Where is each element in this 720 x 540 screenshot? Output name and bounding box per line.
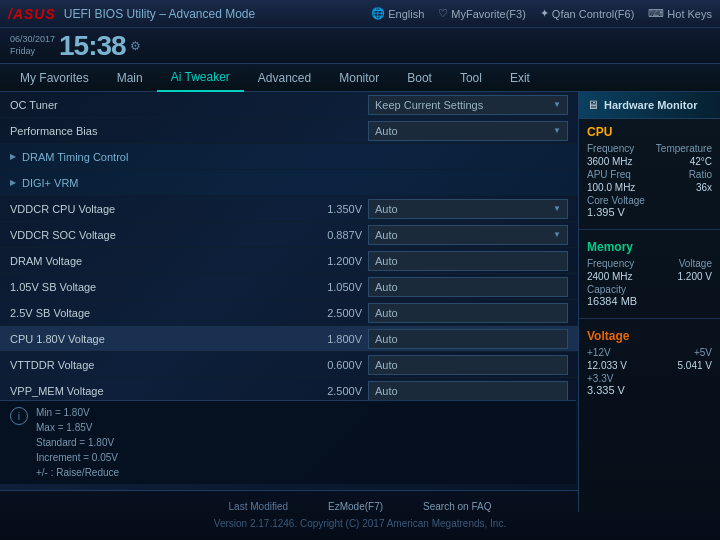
hw-voltage-section: Voltage +12V +5V 12.033 V 5.041 V +3.3V … bbox=[579, 323, 720, 403]
date-display: 06/30/2017 bbox=[10, 34, 55, 46]
oc-tuner-control[interactable]: Keep Current Settings bbox=[368, 95, 568, 115]
nav-monitor[interactable]: Monitor bbox=[325, 64, 393, 92]
hw-cpu-ratio-label: Ratio bbox=[689, 169, 712, 180]
setting-oc-tuner[interactable]: OC Tuner Keep Current Settings bbox=[0, 92, 578, 118]
hw-cpu-freq-val-row: 3600 MHz 42°C bbox=[587, 156, 712, 167]
hw-cpu-apufreq-label: APU Freq bbox=[587, 169, 631, 180]
setting-perf-bias[interactable]: Performance Bias Auto bbox=[0, 118, 578, 144]
hw-monitor-header: 🖥 Hardware Monitor bbox=[579, 92, 720, 119]
vddcr-cpu-label: VDDCR CPU Voltage bbox=[10, 203, 302, 215]
nav-bar: My Favorites Main Ai Tweaker Advanced Mo… bbox=[0, 64, 720, 92]
105v-sb-value: 1.050V bbox=[302, 281, 362, 293]
25v-sb-value: 2.500V bbox=[302, 307, 362, 319]
nav-advanced[interactable]: Advanced bbox=[244, 64, 325, 92]
hw-cpu-section: CPU Frequency Temperature 3600 MHz 42°C … bbox=[579, 119, 720, 225]
cpu-180v-ctrl-val: Auto bbox=[375, 333, 398, 345]
info-line-4: Increment = 0.05V bbox=[36, 450, 119, 465]
hw-volt-12-row: +12V +5V bbox=[587, 347, 712, 358]
digi-vrm-label: DIGI+ VRM bbox=[22, 177, 79, 189]
info-icon: i bbox=[10, 407, 28, 425]
hotkeys-label: Hot Keys bbox=[667, 8, 712, 20]
hw-mem-volt-label: Voltage bbox=[679, 258, 712, 269]
vttddr-control[interactable]: Auto bbox=[368, 355, 568, 375]
vttddr-value: 0.600V bbox=[302, 359, 362, 371]
hw-cpu-title: CPU bbox=[587, 125, 712, 139]
hw-cpu-corevolt-value: 1.395 V bbox=[587, 206, 712, 218]
footer-copyright-text: Version 2.17.1246. Copyright (C) 2017 Am… bbox=[214, 518, 506, 529]
hw-cpu-corevolt-label: Core Voltage bbox=[587, 195, 712, 206]
settings-area: OC Tuner Keep Current Settings Performan… bbox=[0, 92, 578, 404]
date-block: 06/30/2017 Friday bbox=[10, 34, 55, 57]
oc-tuner-value: Keep Current Settings bbox=[375, 99, 483, 111]
qfan-label: Qfan Control(F6) bbox=[552, 8, 635, 20]
nav-exit[interactable]: Exit bbox=[496, 64, 544, 92]
hw-mem-cap-label: Capacity bbox=[587, 284, 712, 295]
setting-25v-sb[interactable]: 2.5V SB Voltage 2.500V Auto bbox=[0, 300, 578, 326]
hw-divider-1 bbox=[579, 229, 720, 230]
vpp-mem-value: 2.500V bbox=[302, 385, 362, 397]
cpu-180v-label: CPU 1.80V Voltage bbox=[10, 333, 302, 345]
25v-sb-ctrl-val: Auto bbox=[375, 307, 398, 319]
hw-v12-value: 12.033 V bbox=[587, 360, 627, 371]
hw-divider-2 bbox=[579, 318, 720, 319]
top-bar: /ASUS UEFI BIOS Utility – Advanced Mode … bbox=[0, 0, 720, 28]
25v-sb-control[interactable]: Auto bbox=[368, 303, 568, 323]
hw-cpu-apu-row: APU Freq Ratio bbox=[587, 169, 712, 180]
vpp-mem-control[interactable]: Auto bbox=[368, 381, 568, 401]
hw-cpu-ratio-value: 36x bbox=[696, 182, 712, 193]
vpp-mem-label: VPP_MEM Voltage bbox=[10, 385, 302, 397]
dram-volt-ctrl-val: Auto bbox=[375, 255, 398, 267]
dram-volt-control[interactable]: Auto bbox=[368, 251, 568, 271]
nav-tool[interactable]: Tool bbox=[446, 64, 496, 92]
qfan-btn[interactable]: ✦ Qfan Control(F6) bbox=[540, 7, 635, 20]
105v-sb-control[interactable]: Auto bbox=[368, 277, 568, 297]
key-icon: ⌨ bbox=[648, 7, 664, 20]
hotkeys-btn[interactable]: ⌨ Hot Keys bbox=[648, 7, 712, 20]
hw-memory-title: Memory bbox=[587, 240, 712, 254]
setting-105v-sb[interactable]: 1.05V SB Voltage 1.050V Auto bbox=[0, 274, 578, 300]
setting-vttddr[interactable]: VTTDDR Voltage 0.600V Auto bbox=[0, 352, 578, 378]
105v-sb-ctrl-val: Auto bbox=[375, 281, 398, 293]
info-line-1: Min = 1.80V bbox=[36, 405, 119, 420]
hw-cpu-freq-row: Frequency Temperature bbox=[587, 143, 712, 154]
hw-mem-freq-value: 2400 MHz bbox=[587, 271, 633, 282]
dram-timing-header[interactable]: DRAM Timing Control bbox=[0, 144, 578, 170]
cpu-180v-control[interactable]: Auto bbox=[368, 329, 568, 349]
hw-voltage-title: Voltage bbox=[587, 329, 712, 343]
top-bar-info: 🌐 English ♡ MyFavorite(F3) ✦ Qfan Contro… bbox=[371, 7, 712, 20]
perf-bias-label: Performance Bias bbox=[10, 125, 368, 137]
vddcr-soc-control[interactable]: Auto bbox=[368, 225, 568, 245]
dram-timing-label: DRAM Timing Control bbox=[22, 151, 128, 163]
nav-boot[interactable]: Boot bbox=[393, 64, 446, 92]
footer-copyright: Version 2.17.1246. Copyright (C) 2017 Am… bbox=[214, 516, 506, 530]
globe-icon: 🌐 bbox=[371, 7, 385, 20]
hw-cpu-freq-value: 3600 MHz bbox=[587, 156, 633, 167]
fan-icon: ✦ bbox=[540, 7, 549, 20]
hw-monitor-title: Hardware Monitor bbox=[604, 99, 698, 111]
hw-mem-freq-row: Frequency Voltage bbox=[587, 258, 712, 269]
dram-volt-label: DRAM Voltage bbox=[10, 255, 302, 267]
info-line-3: Standard = 1.80V bbox=[36, 435, 119, 450]
perf-bias-value: Auto bbox=[375, 125, 398, 137]
hw-cpu-apufreq-value: 100.0 MHz bbox=[587, 182, 635, 193]
settings-icon[interactable]: ⚙ bbox=[130, 39, 141, 53]
vpp-mem-ctrl-val: Auto bbox=[375, 385, 398, 397]
setting-dram-volt[interactable]: DRAM Voltage 1.200V Auto bbox=[0, 248, 578, 274]
nav-ai-tweaker[interactable]: Ai Tweaker bbox=[157, 64, 244, 92]
vttddr-label: VTTDDR Voltage bbox=[10, 359, 302, 371]
time-display: 15:38 bbox=[59, 30, 126, 62]
language-selector[interactable]: 🌐 English bbox=[371, 7, 424, 20]
myfavorites-btn[interactable]: ♡ MyFavorite(F3) bbox=[438, 7, 526, 20]
nav-my-favorites[interactable]: My Favorites bbox=[6, 64, 103, 92]
digi-vrm-header[interactable]: DIGI+ VRM bbox=[0, 170, 578, 196]
hw-mem-volt-value: 1.200 V bbox=[678, 271, 712, 282]
perf-bias-control[interactable]: Auto bbox=[368, 121, 568, 141]
setting-vddcr-soc[interactable]: VDDCR SOC Voltage 0.887V Auto bbox=[0, 222, 578, 248]
info-line-2: Max = 1.85V bbox=[36, 420, 119, 435]
nav-main[interactable]: Main bbox=[103, 64, 157, 92]
hw-cpu-freq-label: Frequency bbox=[587, 143, 634, 154]
setting-cpu-180v[interactable]: CPU 1.80V Voltage 1.800V Auto bbox=[0, 326, 578, 352]
setting-vddcr-cpu[interactable]: VDDCR CPU Voltage 1.350V Auto bbox=[0, 196, 578, 222]
vddcr-cpu-control[interactable]: Auto bbox=[368, 199, 568, 219]
hw-v33-label: +3.3V bbox=[587, 373, 712, 384]
